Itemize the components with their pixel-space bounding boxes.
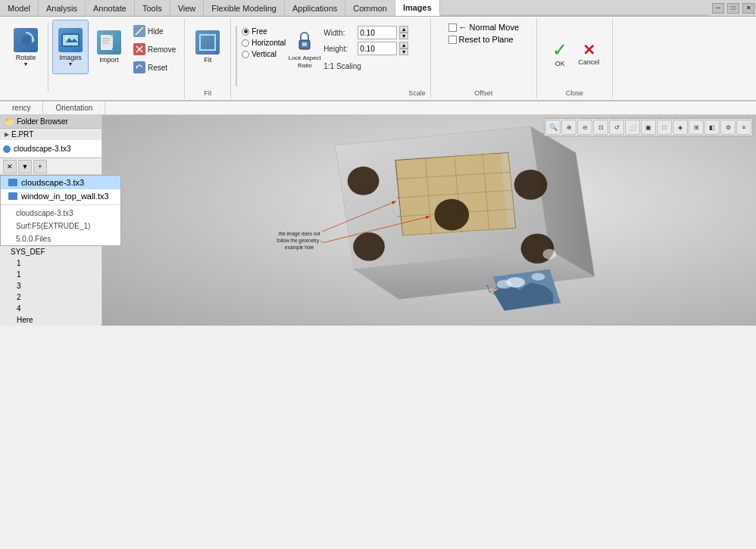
vt-display2-button[interactable]: □ xyxy=(657,120,672,135)
vt-zoom-out-button[interactable]: ⊖ xyxy=(577,120,592,135)
remove-label: Remove xyxy=(148,45,176,54)
height-label: Height: xyxy=(323,45,355,53)
ok-label: OK xyxy=(555,60,565,67)
ribbon-group-close: ✓ OK ✕ Cancel Close xyxy=(537,18,613,98)
ribbon-group-scale: Free Horizontal Vertical Lock AspectRati… xyxy=(231,18,431,98)
maximize-button[interactable]: □ xyxy=(727,3,739,14)
remove-button[interactable]: Remove xyxy=(130,41,180,58)
dropdown-sub-surf[interactable]: Surf:F5(EXTRUDE_1) xyxy=(1,220,120,232)
radio-free-label: Free xyxy=(251,27,267,36)
vt-render-button[interactable]: ◈ xyxy=(673,120,688,135)
tree-here-label: Here xyxy=(17,316,33,324)
folder-browser-header[interactable]: 📁 Folder Browser xyxy=(0,115,102,129)
vt-more-button[interactable]: ≡ xyxy=(736,120,751,135)
radio-horizontal[interactable]: Horizontal xyxy=(242,39,286,47)
width-down-button[interactable]: ▼ xyxy=(399,33,408,39)
tab-flexible-modeling[interactable]: Flexible Modeling xyxy=(204,0,285,16)
image-path-text: cloudscape-3.tx3 xyxy=(14,145,71,153)
viewport-toolbar: 🔍 ⊕ ⊖ ⊡ ↺ ⬜ ▣ □ ◈ ⊞ ◧ ⚙ ≡ xyxy=(544,118,753,136)
cancel-x-icon: ✕ xyxy=(583,42,595,58)
images-arrow: ▼ xyxy=(68,61,73,67)
height-up-button[interactable]: ▲ xyxy=(399,42,408,48)
tree-item-2[interactable]: 2 xyxy=(0,292,102,303)
radio-free[interactable]: Free xyxy=(242,27,286,36)
tab-tools[interactable]: Tools xyxy=(135,0,170,16)
fit-button[interactable]: Fit xyxy=(189,20,226,74)
width-up-button[interactable]: ▲ xyxy=(399,26,408,33)
cancel-label: Cancel xyxy=(578,58,599,66)
tree-item-4[interactable]: 4 xyxy=(0,303,102,314)
import-button[interactable]: Import xyxy=(91,20,127,74)
viewport[interactable]: the image does not follow the geometry -… xyxy=(102,115,756,326)
close-button[interactable]: ✕ xyxy=(742,3,754,14)
svg-point-43 xyxy=(353,232,385,261)
extra-dropdown-btn[interactable]: ▼ xyxy=(18,160,32,173)
radio-vertical[interactable]: Vertical xyxy=(242,50,286,58)
svg-point-49 xyxy=(506,277,525,288)
tab-view[interactable]: View xyxy=(170,0,205,16)
dropdown-sub-files[interactable]: 5.0.0.Files xyxy=(1,232,120,245)
dropdown-item-cloudscape[interactable]: cloudscape-3.tx3 xyxy=(1,176,120,189)
tab-images[interactable]: Images xyxy=(395,0,440,16)
vt-display1-button[interactable]: ▣ xyxy=(641,120,656,135)
vt-rotate-button[interactable]: ↺ xyxy=(609,120,624,135)
tree-sysdef-label: SYS_DEF xyxy=(11,248,45,256)
dropdown-sub-files-label: 5.0.0.Files xyxy=(16,235,51,243)
images-button[interactable]: Images ▼ xyxy=(52,20,89,74)
vt-zoom-fit-button[interactable]: ⊕ xyxy=(561,120,576,135)
fit-label: Fit xyxy=(204,56,211,64)
tree-item-here[interactable]: Here xyxy=(0,314,102,326)
tab-annotate[interactable]: Annotate xyxy=(86,0,135,16)
width-input[interactable] xyxy=(358,26,397,39)
group-label-bar: rency Orientation xyxy=(0,101,756,115)
vt-pan-button[interactable]: ⊡ xyxy=(593,120,608,135)
normal-move-button[interactable]: ← Normal Move xyxy=(448,23,519,32)
reset-plane-checkbox[interactable] xyxy=(448,36,457,44)
lock-aspect-label: Lock AspectRatio xyxy=(289,55,321,69)
ribbon-tabs: Model Analysis Annotate Tools View Flexi… xyxy=(0,0,756,17)
height-input[interactable] xyxy=(358,42,397,55)
tab-model[interactable]: Model xyxy=(0,0,39,16)
tree-item-eprt[interactable]: ▶ E.PRT xyxy=(0,129,102,140)
svg-marker-15 xyxy=(136,66,137,69)
vt-section-button[interactable]: ⊞ xyxy=(689,120,704,135)
vt-settings-button[interactable]: ⚙ xyxy=(720,120,736,135)
lock-aspect-ratio-button[interactable]: Lock AspectRatio xyxy=(286,23,323,77)
extra-add-btn[interactable]: + xyxy=(33,160,47,173)
scaling-button[interactable]: 1:1 Scaling xyxy=(323,62,408,70)
cancel-button[interactable]: ✕ Cancel xyxy=(577,42,600,66)
tree-item-sysdef[interactable]: SYS_DEF xyxy=(0,246,102,257)
rotate-button[interactable]: Rotate ▼ xyxy=(8,20,44,74)
tab-analysis[interactable]: Analysis xyxy=(39,0,86,16)
left-panel: 📁 Folder Browser ▶ E.PRT cloudscape-3.tx… xyxy=(0,115,102,326)
folder-browser-label: Folder Browser xyxy=(17,117,68,126)
tree-item-3[interactable]: 3 xyxy=(0,280,102,292)
vt-model-button[interactable]: ◧ xyxy=(704,120,720,135)
reset-button[interactable]: Reset xyxy=(130,59,180,76)
width-spinner: ▲ ▼ xyxy=(399,26,408,39)
minimize-button[interactable]: ─ xyxy=(712,3,724,14)
height-down-button[interactable]: ▼ xyxy=(399,48,408,55)
ok-check-icon: ✓ xyxy=(552,41,567,59)
tree-item-1a[interactable]: 1 xyxy=(0,257,102,269)
radio-vertical-circle xyxy=(242,51,249,58)
tree-1a-label: 1 xyxy=(17,259,21,267)
svg-rect-6 xyxy=(101,35,113,50)
hide-button[interactable]: Hide xyxy=(130,23,180,39)
radio-options: Free Horizontal Vertical xyxy=(242,23,286,58)
tab-applications[interactable]: Applications xyxy=(285,0,345,16)
ok-button[interactable]: ✓ OK xyxy=(548,41,571,67)
svg-rect-16 xyxy=(200,35,215,50)
dropdown-item-window[interactable]: window_in_top_wall.tx3 xyxy=(1,189,120,203)
svg-point-51 xyxy=(542,249,556,260)
extra-close-btn[interactable]: ✕ xyxy=(3,160,17,173)
vt-zoom-in-button[interactable]: 🔍 xyxy=(545,120,561,135)
svg-point-1 xyxy=(21,36,30,45)
tab-common[interactable]: Common xyxy=(345,0,395,16)
folder-icon: 📁 xyxy=(5,117,14,126)
tree-item-1b[interactable]: 1 xyxy=(0,269,102,280)
dropdown-sub-cloudscape[interactable]: cloudscape-3.tx3 xyxy=(1,207,120,220)
vt-views-button[interactable]: ⬜ xyxy=(625,120,640,135)
reset-to-plane-button[interactable]: Reset to Plane xyxy=(448,35,514,44)
normal-move-checkbox[interactable] xyxy=(448,23,457,32)
